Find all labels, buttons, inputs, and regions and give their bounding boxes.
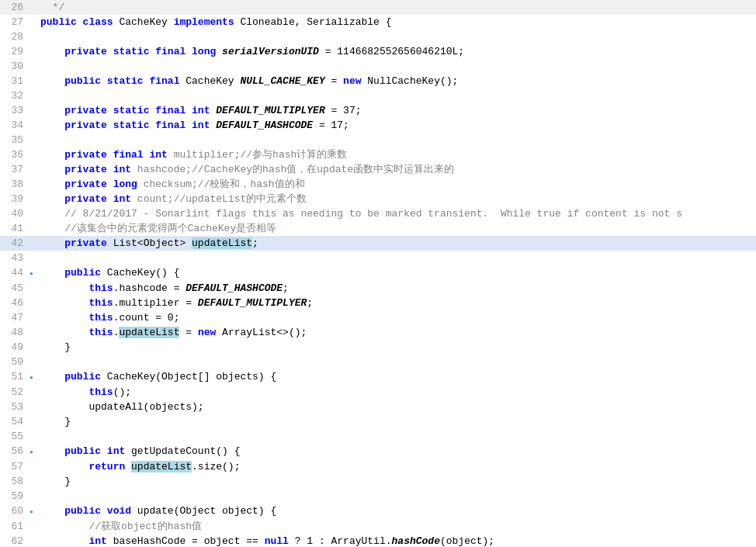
line-number: 59 (0, 489, 29, 504)
line-content: updateAll(objects); (37, 400, 204, 414)
line-number: 56 (0, 444, 29, 459)
line-content: //该集合中的元素觉得两个CacheKey是否相等 (37, 221, 276, 236)
line-content: public static final CacheKey NULL_CACHE_… (37, 74, 458, 88)
line-number: 29 (0, 44, 29, 59)
line-number: 34 (0, 118, 29, 133)
code-editor: 26 */27public class CacheKey implements … (0, 0, 756, 547)
code-line: 56● public int getUpdateCount() { (0, 444, 756, 459)
code-line: 34 private static final int DEFAULT_HASH… (0, 118, 756, 133)
code-line: 38 private long checksum;//校验和，hash值的和 (0, 177, 756, 192)
line-number: 43 (0, 251, 29, 265)
code-line: 52 this(); (0, 385, 756, 400)
code-line: 47 this.count = 0; (0, 310, 756, 325)
line-number: 26 (0, 0, 29, 15)
line-content: this.hashcode = DEFAULT_HASHCODE; (37, 281, 289, 296)
code-line: 50 (0, 355, 756, 369)
code-line: 54 } (0, 414, 756, 429)
code-line: 37 private int hashcode;//CacheKey的hash值… (0, 162, 756, 177)
code-line: 62 int baseHashCode = object == null ? 1… (0, 534, 756, 547)
code-line: 48 this.updateList = new ArrayList<>(); (0, 325, 756, 340)
code-line: 36 private final int multiplier;//参与hash… (0, 147, 756, 162)
line-number: 41 (0, 221, 29, 236)
line-content: private int count;//updateList的中元素个数 (37, 192, 307, 206)
code-line: 51● public CacheKey(Object[] objects) { (0, 369, 756, 385)
code-line: 29 private static final long serialVersi… (0, 44, 756, 59)
line-number: 62 (0, 534, 29, 547)
line-content: //获取object的hash值 (37, 519, 202, 534)
line-number: 57 (0, 459, 29, 474)
line-number: 32 (0, 88, 29, 103)
line-number: 27 (0, 15, 29, 29)
line-number: 48 (0, 325, 29, 340)
line-content: int baseHashCode = object == null ? 1 : … (37, 534, 494, 547)
code-line: 59 (0, 489, 756, 504)
line-content: public void update(Object object) { (37, 504, 276, 518)
line-number: 47 (0, 310, 29, 325)
code-line: 41 //该集合中的元素觉得两个CacheKey是否相等 (0, 221, 756, 236)
line-number: 61 (0, 519, 29, 534)
code-line: 39 private int count;//updateList的中元素个数 (0, 192, 756, 206)
line-number: 38 (0, 177, 29, 192)
code-line: 42 private List<Object> updateList; (0, 236, 756, 251)
line-number: 60 (0, 504, 29, 518)
line-content: private static final int DEFAULT_MULTIPL… (37, 103, 362, 118)
line-number: 46 (0, 296, 29, 310)
line-content: private List<Object> updateList; (37, 236, 258, 251)
line-marker: ● (29, 369, 37, 385)
line-number: 31 (0, 74, 29, 88)
line-content: private static final long serialVersionU… (37, 44, 464, 59)
line-number: 44 (0, 265, 29, 280)
line-content: public CacheKey() { (37, 265, 179, 280)
line-number: 36 (0, 147, 29, 162)
line-content: this.updateList = new ArrayList<>(); (37, 325, 307, 340)
line-content: public int getUpdateCount() { (37, 444, 240, 459)
line-number: 30 (0, 59, 29, 74)
code-line: 32 (0, 88, 756, 103)
code-line: 30 (0, 59, 756, 74)
line-content: this(); (37, 385, 131, 400)
code-line: 35 (0, 133, 756, 147)
line-number: 55 (0, 429, 29, 444)
line-number: 28 (0, 29, 29, 44)
line-number: 53 (0, 400, 29, 414)
line-content: } (37, 414, 71, 429)
line-content: } (37, 340, 71, 355)
line-number: 45 (0, 281, 29, 296)
line-content: private static final int DEFAULT_HASHCOD… (37, 118, 349, 133)
code-line: 46 this.multiplier = DEFAULT_MULTIPLYER; (0, 296, 756, 310)
code-line: 58 } (0, 474, 756, 489)
line-marker: ● (29, 504, 37, 519)
line-content: // 8/21/2017 - Sonarlint flags this as n… (37, 206, 682, 221)
code-line: 33 private static final int DEFAULT_MULT… (0, 103, 756, 118)
line-number: 49 (0, 340, 29, 355)
code-line: 55 (0, 429, 756, 444)
line-content: public class CacheKey implements Cloneab… (37, 15, 392, 29)
line-content: */ (37, 0, 64, 15)
line-content: private final int multiplier;//参与hash计算的… (37, 147, 347, 162)
line-content: public CacheKey(Object[] objects) { (37, 369, 276, 384)
line-content: private int hashcode;//CacheKey的hash值，在u… (37, 162, 454, 177)
line-number: 51 (0, 369, 29, 384)
code-line: 57 return updateList.size(); (0, 459, 756, 474)
line-number: 52 (0, 385, 29, 400)
line-content: this.count = 0; (37, 310, 179, 325)
line-number: 35 (0, 133, 29, 147)
code-line: 28 (0, 29, 756, 44)
line-content: this.multiplier = DEFAULT_MULTIPLYER; (37, 296, 313, 310)
line-marker: ● (29, 265, 37, 281)
code-line: 26 */ (0, 0, 756, 15)
code-line: 60● public void update(Object object) { (0, 504, 756, 519)
line-number: 33 (0, 103, 29, 118)
code-line: 45 this.hashcode = DEFAULT_HASHCODE; (0, 281, 756, 296)
code-line: 53 updateAll(objects); (0, 400, 756, 414)
code-line: 40 // 8/21/2017 - Sonarlint flags this a… (0, 206, 756, 221)
line-number: 40 (0, 206, 29, 221)
line-number: 54 (0, 414, 29, 429)
code-line: 43 (0, 251, 756, 265)
code-line: 49 } (0, 340, 756, 355)
line-content: return updateList.size(); (37, 459, 240, 474)
line-marker: ● (29, 444, 37, 459)
line-content: private long checksum;//校验和，hash值的和 (37, 177, 305, 192)
line-content: } (37, 474, 71, 489)
line-number: 37 (0, 162, 29, 177)
